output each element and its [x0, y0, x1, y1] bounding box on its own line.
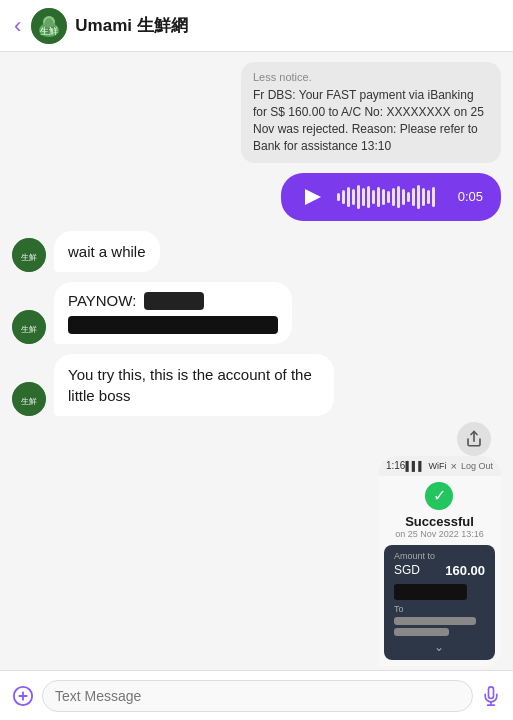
- message-try-this: 生鮮 You try this, this is the account of …: [12, 354, 501, 416]
- ss-redacted-name: [394, 584, 467, 600]
- message-screenshot-group: 1:16 ▌▌▌ WiFi × Log Out ✓ Successful: [12, 426, 501, 666]
- message-notification: Less notice. Fr DBS: Your FAST payment v…: [12, 62, 501, 163]
- message-paynow: 生鮮 PAYNOW:: [12, 282, 501, 344]
- notification-text: Fr DBS: Your FAST payment via iBanking f…: [253, 87, 489, 154]
- chat-header: ‹ 生鮮 Umami 生鮮網: [0, 0, 513, 52]
- input-bar: [0, 670, 513, 720]
- waveform-bar: [392, 188, 395, 206]
- ss-currency-row: SGD 160.00: [394, 563, 485, 578]
- svg-text:生鮮: 生鮮: [21, 325, 37, 334]
- play-icon: [305, 189, 321, 205]
- ss-currency: SGD: [394, 563, 420, 577]
- waveform-bar: [337, 193, 340, 201]
- attachment-button[interactable]: [12, 685, 34, 707]
- waveform-bar: [427, 190, 430, 204]
- waveform-bar: [342, 190, 345, 204]
- audio-bubble: 0:05: [281, 173, 501, 221]
- wait-bubble: wait a while: [54, 231, 160, 272]
- svg-text:生鮮: 生鮮: [21, 253, 37, 262]
- message-wait: 生鮮 wait a while: [12, 231, 501, 272]
- waveform-bar: [407, 192, 410, 202]
- ss-amount-to-label: Amount to: [394, 551, 485, 561]
- waveform-bar: [367, 186, 370, 208]
- ss-wifi-icon: WiFi: [429, 461, 447, 471]
- svg-text:生鮮: 生鮮: [21, 397, 37, 406]
- chat-area: Less notice. Fr DBS: Your FAST payment v…: [0, 52, 513, 670]
- try-this-bubble: You try this, this is the account of the…: [54, 354, 334, 416]
- message-audio: 0:05: [12, 173, 501, 221]
- waveform-bar: [372, 190, 375, 204]
- ss-close-button[interactable]: ×: [451, 460, 457, 472]
- paynow-label-text: PAYNOW:: [68, 292, 136, 309]
- ss-redacted-to-line1: [394, 617, 476, 625]
- waveform-bar: [412, 188, 415, 206]
- waveform-bar: [402, 189, 405, 205]
- ss-time: 1:16: [386, 460, 405, 471]
- waveform-bar: [362, 188, 365, 206]
- waveform-bar: [397, 186, 400, 208]
- ss-to-label: To: [394, 604, 485, 614]
- ss-success-icon: ✓: [425, 482, 453, 510]
- message-screenshot: 1:16 ▌▌▌ WiFi × Log Out ✓ Successful: [378, 456, 501, 666]
- waveform-bar: [417, 185, 420, 209]
- play-button[interactable]: [299, 183, 327, 211]
- contact-name: Umami 生鮮網: [75, 14, 187, 37]
- notification-bubble: Less notice. Fr DBS: Your FAST payment v…: [241, 62, 501, 163]
- ss-chevron-down-icon: ⌄: [394, 640, 485, 654]
- ss-amount: 160.00: [445, 563, 485, 578]
- waveform-bar: [377, 187, 380, 207]
- audio-duration: 0:05: [458, 189, 483, 204]
- ss-topbar-right: ▌▌▌ WiFi × Log Out: [405, 460, 493, 472]
- ss-body: ✓ Successful on 25 Nov 2022 13:16 Amount…: [378, 476, 501, 666]
- share-icon: [465, 430, 483, 448]
- ss-topbar: 1:16 ▌▌▌ WiFi × Log Out: [378, 456, 501, 476]
- sender-avatar: 生鮮: [12, 238, 46, 272]
- ss-checkmark-icon: ✓: [433, 488, 446, 504]
- message-input[interactable]: [42, 680, 473, 712]
- ss-date-text: on 25 Nov 2022 13:16: [384, 529, 495, 539]
- ss-successful-text: Successful: [384, 514, 495, 529]
- sender-avatar-3: 生鮮: [12, 382, 46, 416]
- waveform-bar: [422, 188, 425, 206]
- ss-signal-icon: ▌▌▌: [405, 461, 424, 471]
- attachment-icon: [12, 685, 34, 707]
- waveform-bar: [357, 185, 360, 209]
- microphone-button[interactable]: [481, 686, 501, 706]
- ss-redacted-to-line2: [394, 628, 449, 636]
- paynow-bubble: PAYNOW:: [54, 282, 292, 344]
- waveform-bar: [432, 187, 435, 207]
- less-notice-label: Less notice.: [253, 70, 489, 85]
- waveform-bar: [352, 189, 355, 205]
- microphone-icon: [481, 686, 501, 706]
- waveform: [337, 185, 448, 209]
- try-this-text: You try this, this is the account of the…: [68, 366, 312, 404]
- waveform-bar: [382, 189, 385, 205]
- paynow-redacted-number: [68, 316, 278, 334]
- ss-transaction-card: Amount to SGD 160.00 To ⌄: [384, 545, 495, 660]
- wait-text: wait a while: [68, 243, 146, 260]
- waveform-bar: [387, 191, 390, 203]
- back-button[interactable]: ‹: [14, 13, 21, 39]
- share-row: [447, 422, 501, 456]
- svg-text:生鮮: 生鮮: [40, 26, 58, 36]
- paynow-label-row: PAYNOW:: [68, 292, 278, 310]
- sender-avatar-2: 生鮮: [12, 310, 46, 344]
- paynow-redacted-name: [144, 292, 204, 310]
- screenshot-bubble: 1:16 ▌▌▌ WiFi × Log Out ✓ Successful: [378, 456, 501, 666]
- contact-avatar: 生鮮: [31, 8, 67, 44]
- ss-logout-label: Log Out: [461, 461, 493, 471]
- share-button[interactable]: [457, 422, 491, 456]
- waveform-bar: [347, 187, 350, 207]
